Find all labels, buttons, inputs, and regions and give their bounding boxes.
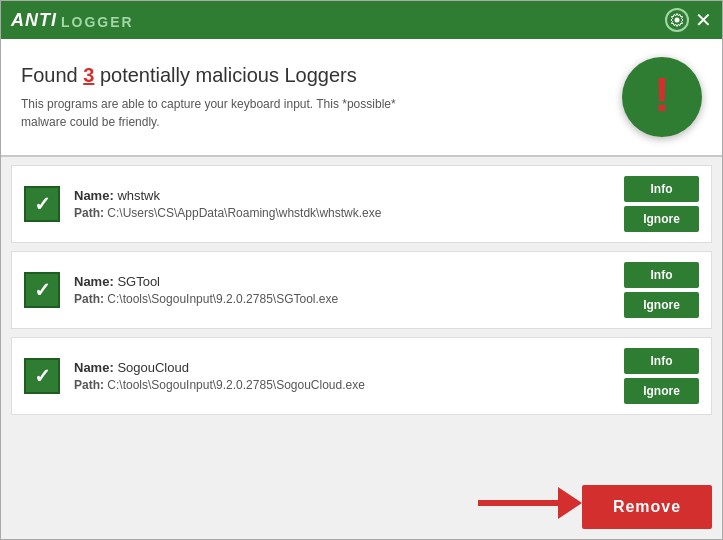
arrow-line [478,500,558,506]
item-buttons-3: Info Ignore [624,348,699,404]
close-button[interactable]: ✕ [695,10,712,30]
remove-button[interactable]: Remove [582,485,712,529]
bottom-area: Remove [1,469,722,539]
checkbox-3[interactable]: ✓ [24,358,60,394]
info-button-1[interactable]: Info [624,176,699,202]
item-name-value-3: SogouCloud [117,360,189,375]
checkmark-3: ✓ [34,366,51,386]
name-label-2: Name: [74,274,114,289]
subtitle-line2: malware could be friendly. [21,115,160,129]
item-path-row-3: Path: C:\tools\SogouInput\9.2.0.2785\Sog… [74,378,624,392]
checkmark-1: ✓ [34,194,51,214]
checkbox-1[interactable]: ✓ [24,186,60,222]
ignore-button-1[interactable]: Ignore [624,206,699,232]
info-button-2[interactable]: Info [624,262,699,288]
title-bar-left: ANTI LOGGER [11,10,134,31]
item-path-row-2: Path: C:\tools\SogouInput\9.2.0.2785\SGT… [74,292,624,306]
name-label-1: Name: [74,188,114,203]
item-name-row-3: Name: SogouCloud [74,360,624,375]
app-name-anti: ANTI [11,10,57,31]
path-label-3: Path: [74,378,104,392]
ignore-button-2[interactable]: Ignore [624,292,699,318]
path-label-2: Path: [74,292,104,306]
item-buttons-1: Info Ignore [624,176,699,232]
red-arrow [478,487,582,519]
app-name-logger: LOGGER [61,14,134,30]
header-title-suffix: potentially malicious Loggers [94,64,356,86]
logger-item: ✓ Name: whstwk Path: C:\Users\CS\AppData… [11,165,712,243]
name-label-3: Name: [74,360,114,375]
checkbox-2[interactable]: ✓ [24,272,60,308]
item-path-value-3: C:\tools\SogouInput\9.2.0.2785\SogouClou… [107,378,365,392]
item-info-1: Name: whstwk Path: C:\Users\CS\AppData\R… [60,188,624,220]
info-button-3[interactable]: Info [624,348,699,374]
header-subtitle: This programs are able to capture your k… [21,95,602,131]
checkmark-2: ✓ [34,280,51,300]
header-text: Found 3 potentially malicious Loggers Th… [21,64,602,131]
subtitle-line1: This programs are able to capture your k… [21,97,396,111]
item-buttons-2: Info Ignore [624,262,699,318]
title-bar: ANTI LOGGER ✕ [1,1,722,39]
main-window: ANTI LOGGER ✕ Found 3 potentially malici… [0,0,723,540]
item-info-3: Name: SogouCloud Path: C:\tools\SogouInp… [60,360,624,392]
logger-item-2: ✓ Name: SGTool Path: C:\tools\SogouInput… [11,251,712,329]
logger-item-3: ✓ Name: SogouCloud Path: C:\tools\SogouI… [11,337,712,415]
item-path-row-1: Path: C:\Users\CS\AppData\Roaming\whstdk… [74,206,624,220]
item-path-value-2: C:\tools\SogouInput\9.2.0.2785\SGTool.ex… [107,292,338,306]
svg-point-0 [675,18,680,23]
arrow-container [478,487,582,519]
item-name-value-1: whstwk [117,188,160,203]
exclamation-icon: ! [654,71,670,119]
warning-icon-circle: ! [622,57,702,137]
logger-count: 3 [83,64,94,86]
item-name-row-1: Name: whstwk [74,188,624,203]
item-name-row-2: Name: SGTool [74,274,624,289]
item-path-value-1: C:\Users\CS\AppData\Roaming\whstdk\whstw… [107,206,381,220]
header-title: Found 3 potentially malicious Loggers [21,64,602,87]
item-name-value-2: SGTool [117,274,160,289]
header-section: Found 3 potentially malicious Loggers Th… [1,39,722,157]
item-info-2: Name: SGTool Path: C:\tools\SogouInput\9… [60,274,624,306]
content-area: ✓ Name: whstwk Path: C:\Users\CS\AppData… [1,157,722,469]
header-title-prefix: Found [21,64,83,86]
arrow-head [558,487,582,519]
path-label-1: Path: [74,206,104,220]
ignore-button-3[interactable]: Ignore [624,378,699,404]
title-bar-right: ✕ [665,8,712,32]
settings-button[interactable] [665,8,689,32]
